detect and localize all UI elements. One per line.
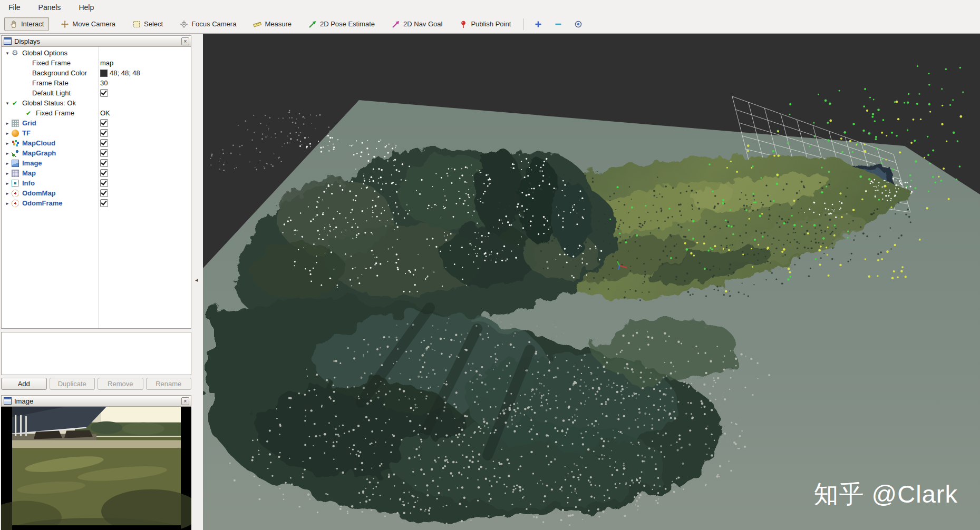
value-text[interactable]: OK [100, 109, 110, 117]
tree-row-tf[interactable]: ▸TF [2, 128, 191, 138]
odom-icon [12, 200, 19, 207]
chevron-right-icon[interactable]: ▸ [4, 181, 11, 186]
tree-value [100, 189, 108, 197]
image-close-icon[interactable]: × [181, 397, 189, 405]
chevron-right-icon[interactable]: ▸ [4, 171, 11, 176]
render-viewport-3d[interactable]: 知乎 @Clark [203, 34, 980, 530]
tool-measure[interactable]: Measure [248, 17, 297, 31]
tree-row-odomframe[interactable]: ▸OdomFrame [2, 198, 191, 208]
tool-2d-pose-estimate[interactable]: 2D Pose Estimate [303, 17, 380, 31]
displays-tree: ▾Global OptionsFixed FramemapBackground … [1, 47, 191, 329]
tree-row-info[interactable]: ▸Info [2, 178, 191, 188]
tool-label: Move Camera [72, 20, 115, 28]
panel-splitter[interactable]: ◂ [191, 34, 203, 530]
tree-value [100, 89, 108, 97]
displays-panel-titlebar[interactable]: Displays × [1, 35, 191, 47]
rename-button[interactable]: Rename [146, 378, 192, 390]
check-icon [12, 100, 19, 107]
remove-button[interactable]: Remove [98, 378, 143, 390]
chevron-right-icon[interactable]: ▸ [4, 141, 11, 146]
tree-label: Frame Rate [32, 79, 69, 87]
tool-select[interactable]: Select [127, 17, 168, 31]
image-panel: Image × [1, 395, 191, 530]
tree-value [100, 199, 108, 207]
tree-row-grid[interactable]: ▸Grid [2, 118, 191, 128]
tree-row-default-light[interactable]: Default Light [2, 88, 191, 98]
tree-value: 48; 48; 48 [100, 69, 140, 77]
menu-item-panels[interactable]: Panels [34, 2, 65, 13]
tool-focus-camera[interactable]: Focus Camera [174, 17, 241, 31]
displays-panel-title: Displays [14, 37, 40, 45]
checkbox[interactable] [100, 119, 108, 127]
chevron-right-icon[interactable]: ▸ [4, 131, 11, 136]
tool-label: Measure [265, 20, 292, 28]
tree-label: Fixed Frame [36, 109, 74, 117]
tree-row-background-color[interactable]: Background Color48; 48; 48 [2, 68, 191, 78]
checkbox[interactable] [100, 129, 108, 137]
tree-row-odommap[interactable]: ▸OdomMap [2, 188, 191, 198]
menu-item-help[interactable]: Help [74, 2, 98, 13]
tree-row-map[interactable]: ▸Map [2, 168, 191, 178]
pointcloud-icon [12, 140, 19, 147]
tf-icon [12, 130, 19, 137]
checkbox[interactable] [100, 159, 108, 167]
info-icon [12, 180, 19, 187]
chevron-down-icon[interactable]: ▾ [4, 101, 11, 106]
checkbox[interactable] [100, 189, 108, 197]
value-text[interactable]: 48; 48; 48 [110, 69, 140, 77]
add-tool-button[interactable] [531, 17, 545, 31]
tool-move-camera[interactable]: Move Camera [55, 17, 121, 31]
chevron-right-icon[interactable]: ▸ [4, 191, 11, 196]
tool-publish-point[interactable]: Publish Point [454, 17, 516, 31]
tree-row-global-status-ok[interactable]: ▾Global Status: Ok [2, 98, 191, 108]
tool-2d-nav-goal[interactable]: 2D Nav Goal [386, 17, 448, 31]
pose-estimate-arrow-icon [308, 20, 317, 28]
checkbox[interactable] [100, 149, 108, 157]
tree-row-mapgraph[interactable]: ▸MapGraph [2, 148, 191, 158]
odom-icon [12, 190, 19, 197]
tree-row-global-options[interactable]: ▾Global Options [2, 48, 191, 58]
chevron-right-icon[interactable]: ▸ [4, 151, 11, 156]
tree-row-fixed-frame[interactable]: Fixed FrameOK [2, 108, 191, 118]
duplicate-button[interactable]: Duplicate [50, 378, 95, 390]
tree-row-image[interactable]: ▸Image [2, 158, 191, 168]
tool-options-button[interactable] [571, 17, 585, 31]
tree-value [100, 159, 108, 167]
checkbox[interactable] [100, 179, 108, 187]
tree-row-fixed-frame[interactable]: Fixed Framemap [2, 58, 191, 68]
tree-label: Map [22, 169, 36, 177]
menu-item-file[interactable]: File [4, 2, 25, 13]
checkbox[interactable] [100, 199, 108, 207]
tree-row-frame-rate[interactable]: Frame Rate30 [2, 78, 191, 88]
checkbox[interactable] [100, 169, 108, 177]
remove-tool-button[interactable] [551, 17, 565, 31]
displays-close-icon[interactable]: × [181, 37, 189, 45]
minus-icon [554, 20, 562, 28]
chevron-right-icon[interactable]: ▸ [4, 161, 11, 166]
tree-label: Default Light [32, 89, 71, 97]
chevron-right-icon[interactable]: ▸ [4, 201, 11, 206]
tree-value: map [100, 59, 113, 67]
tree-row-mapcloud[interactable]: ▸MapCloud [2, 138, 191, 148]
chevron-down-icon[interactable]: ▾ [4, 51, 11, 56]
image-panel-icon [4, 397, 12, 405]
tree-value [100, 149, 108, 157]
scope-icon [574, 20, 583, 28]
add-button[interactable]: Add [1, 378, 47, 390]
graph-icon [12, 150, 19, 157]
value-text[interactable]: map [100, 59, 113, 67]
checkbox[interactable] [100, 139, 108, 147]
focus-crosshair-icon [180, 20, 188, 28]
tree-value [100, 179, 108, 187]
tree-label: Background Color [32, 69, 87, 77]
checkbox[interactable] [100, 89, 108, 97]
tree-label: TF [22, 129, 31, 137]
splitter-collapse-icon[interactable]: ◂ [195, 277, 198, 283]
chevron-right-icon[interactable]: ▸ [4, 121, 11, 126]
color-swatch[interactable] [100, 70, 108, 77]
check-icon [25, 110, 33, 117]
value-text[interactable]: 30 [100, 79, 108, 87]
tool-interact[interactable]: Interact [4, 17, 49, 31]
image-icon [12, 160, 19, 167]
image-panel-titlebar[interactable]: Image × [1, 395, 191, 407]
